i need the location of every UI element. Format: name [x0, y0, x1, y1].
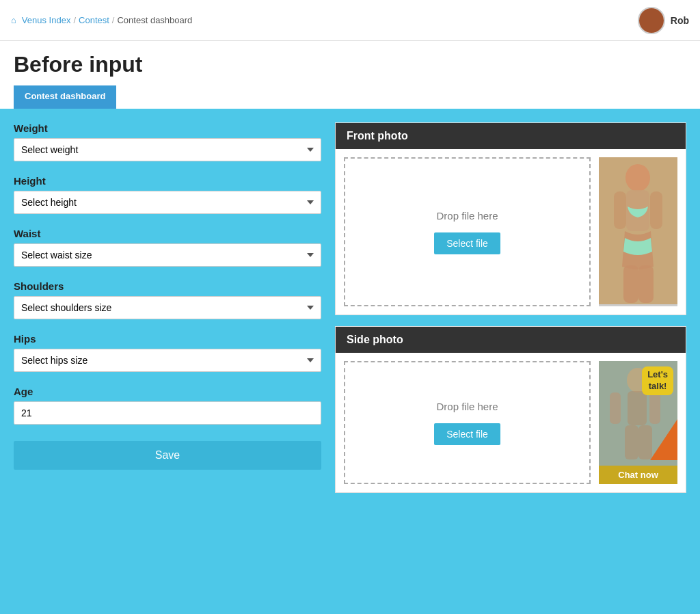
home-icon — [11, 15, 19, 25]
height-label: Height — [14, 175, 321, 187]
front-photo-body: Drop file here Select file — [336, 149, 686, 315]
front-drop-label: Drop file here — [436, 210, 498, 222]
front-photo-card: Front photo Drop file here Select file — [335, 122, 686, 315]
right-panel: Front photo Drop file here Select file — [335, 122, 686, 493]
left-panel: Weight Select weight Height Select heigh… — [14, 122, 321, 493]
svg-point-1 — [625, 164, 650, 191]
height-select[interactable]: Select height — [14, 191, 321, 214]
shoulders-label: Shoulders — [14, 280, 321, 292]
hips-field-group: Hips Select hips size — [14, 333, 321, 372]
page-title: Before input — [14, 52, 686, 77]
side-photo-preview: Let'stalk! Chat now — [599, 361, 677, 484]
avatar — [638, 7, 665, 34]
shoulders-field-group: Shoulders Select shoulders size — [14, 280, 321, 319]
svg-rect-3 — [614, 191, 626, 229]
front-photo-image — [599, 157, 677, 304]
height-field-group: Height Select height — [14, 175, 321, 214]
save-button[interactable]: Save — [14, 441, 321, 470]
subheader: Before input Contest dashboard — [0, 41, 700, 109]
breadcrumb-contest[interactable]: Contest — [79, 15, 109, 25]
weight-label: Weight — [14, 122, 321, 134]
tab-contest-dashboard[interactable]: Contest dashboard — [14, 85, 116, 109]
weight-select[interactable]: Select weight — [14, 138, 321, 161]
age-input[interactable] — [14, 401, 321, 425]
side-photo-header: Side photo — [336, 327, 686, 353]
breadcrumb-current: Contest dashboard — [117, 15, 192, 25]
svg-rect-12 — [625, 425, 638, 459]
shoulders-select[interactable]: Select shoulders size — [14, 296, 321, 319]
svg-rect-9 — [628, 391, 647, 425]
front-drop-zone[interactable]: Drop file here Select file — [344, 157, 591, 306]
tab-bar: Contest dashboard — [14, 85, 686, 109]
lets-talk-bubble: Let'stalk! — [642, 366, 673, 395]
chat-now-bar[interactable]: Chat now — [599, 466, 677, 484]
svg-rect-10 — [610, 392, 621, 424]
age-field-group: Age — [14, 386, 321, 425]
breadcrumb: Venus Index / Contest / Contest dashboar… — [11, 15, 192, 25]
side-photo-body: Drop file here Select file — [336, 353, 686, 492]
waist-field-group: Waist Select waist size — [14, 228, 321, 267]
username-label: Rob — [671, 15, 689, 26]
main-content: Weight Select weight Height Select heigh… — [0, 109, 700, 507]
hips-select[interactable]: Select hips size — [14, 349, 321, 372]
side-drop-zone[interactable]: Drop file here Select file — [344, 361, 591, 484]
svg-rect-4 — [650, 191, 662, 229]
hips-label: Hips — [14, 333, 321, 345]
side-photo-card: Side photo Drop file here Select file — [335, 326, 686, 493]
side-select-file-button[interactable]: Select file — [434, 423, 500, 445]
avatar-image — [639, 8, 664, 33]
top-nav: Venus Index / Contest / Contest dashboar… — [0, 0, 700, 41]
svg-rect-5 — [623, 265, 638, 303]
breadcrumb-home[interactable]: Venus Index — [22, 15, 71, 25]
waist-select[interactable]: Select waist size — [14, 243, 321, 267]
breadcrumb-sep1: / — [73, 15, 76, 25]
side-drop-label: Drop file here — [436, 401, 498, 412]
topnav-right: Rob — [638, 7, 689, 34]
weight-field-group: Weight Select weight — [14, 122, 321, 161]
svg-rect-6 — [638, 265, 654, 303]
age-label: Age — [14, 386, 321, 397]
front-photo-preview — [599, 157, 677, 306]
breadcrumb-sep2: / — [112, 15, 115, 25]
front-select-file-button[interactable]: Select file — [434, 232, 500, 254]
front-photo-header: Front photo — [336, 123, 686, 149]
waist-label: Waist — [14, 228, 321, 239]
